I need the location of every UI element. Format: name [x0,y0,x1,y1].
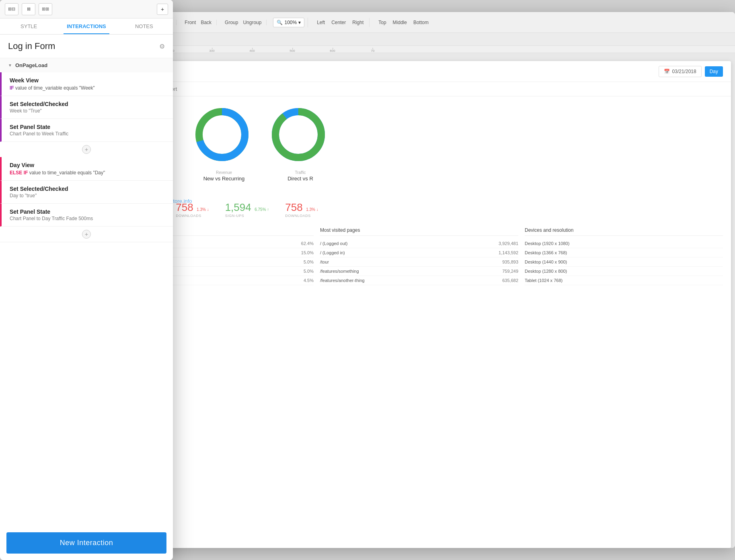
interaction-set-selected-week: Set Selected/Checked Week to "True" [0,96,173,119]
table-row: Desktop (1440 x 900) [525,258,723,267]
tab-interactions[interactable]: INTERACTIONS [57,18,115,34]
devices-table: Devices and resolution Desktop (1920 x 1… [525,227,723,285]
day-view-condition: ELSE IF value to time_variable equals "D… [10,170,165,176]
tool-group-valign: Top Middle Bottom [373,18,434,27]
ruler-tick-400: 400 [249,49,255,53]
stat-sublabel-2: DOWNLOADS [176,214,209,218]
set-selected-day-title: Set Selected/Checked [10,186,165,192]
chart-item-2: Revenue New vs Recurring [192,104,256,182]
set-selected-day-desc: Day to "true" [10,193,165,198]
ruler-horizontal: ⊕ 0 100 200 300 400 500 600 70 [91,46,735,53]
ruler-tick-600: 600 [330,49,335,53]
table-row: Desktop (1920 x 1080) [525,239,723,248]
chart-2-label: Revenue [216,170,232,175]
dashboard-header: DASHBOARDS Overview 📅 03/21/2018 Day [107,61,731,82]
week-view-condition: IF value of time_variable equals "Week" [10,85,165,91]
align-bottom-btn[interactable]: Bottom [411,18,431,27]
canvas-tabs: Details ✕ Overview ✕ [91,33,735,46]
table-row: Desktop (1366 x 768) [525,248,723,258]
stat-value-4: 758 [285,201,302,213]
tool-group-frontback: Front Back [180,20,217,25]
group-header-onpageload[interactable]: ▼ OnPageLoad [0,58,173,72]
interaction-day-view-condition: Day View ELSE IF value to time_variable … [0,157,173,181]
interaction-group-onpageload: ▼ OnPageLoad Week View IF value of time_… [0,58,173,242]
panel-icon-layout2[interactable]: ⊠ [22,3,35,15]
stat-value-3: 1,594 [225,201,251,213]
front-label[interactable]: Front [183,20,197,25]
add-action-btn-1[interactable]: + [82,145,91,154]
panel-filter-icon[interactable]: ⚙ [159,43,165,50]
group-arrow-icon: ▼ [8,63,12,67]
panel-tabs: SYTLE INTERACTIONS NOTES [0,18,173,35]
dashboard-frame: DASHBOARDS Overview 📅 03/21/2018 Day Tra… [107,61,731,548]
dashboard-title: Overview [138,69,659,78]
panel-title: Log in Form [8,41,55,51]
table-row: Tablet (1024 x 768) [525,276,723,285]
day-view-title: Day View [10,162,165,168]
set-panel-week-title: Set Panel State [10,124,165,130]
group-label[interactable]: Group [223,20,240,25]
keyword-if: IF [10,85,14,91]
ruler-tick-500: 500 [289,49,295,53]
stat-sublabel-4: DOWNLOADS [285,214,318,218]
canvas-main: Details ✕ Overview ✕ ⊕ 0 100 200 300 400… [91,33,735,548]
week-view-title: Week View [10,77,165,84]
table-row: /features/something 759,249 [320,267,518,276]
set-panel-week-desc: Chart Panel to Week Traffic [10,131,165,137]
tool-group-zoom: 🔍 100% ▾ [270,18,308,27]
stat-value-2: 758 [176,201,193,213]
ungroup-label[interactable]: Ungroup [241,20,263,25]
svg-point-5 [275,112,321,157]
tool-group-align: Left Center Right [311,18,370,27]
interactions-list[interactable]: ▼ OnPageLoad Week View IF value of time_… [0,58,173,526]
stat-change-2: 1.3% ↓ [197,207,209,212]
pages-header: Most visited pages [320,227,518,236]
add-separator-2: + [0,227,173,242]
dashboard-date-btn[interactable]: 📅 03/21/2018 [659,66,702,77]
stat-item-4: 758 1.3% ↓ DOWNLOADS [285,201,318,218]
panel-icon-layout3[interactable]: ⊞⊞ [39,3,52,15]
align-left-btn[interactable]: Left [314,18,327,27]
interactions-panel: ⊞⊟ ⊠ ⊞⊞ + SYTLE INTERACTIONS NOTES Log i… [0,0,173,560]
table-row: Desktop (1280 x 800) [525,267,723,276]
interaction-set-panel-week: Set Panel State Chart Panel to Week Traf… [0,119,173,142]
new-interaction-button[interactable]: New Interaction [6,532,166,554]
tables-row: Countries United States 62.4% India 15.0… [115,227,723,285]
design-tool-window: ⊞ ⊟ ⊠ +▾ Paint Front Back Group Ungroup … [74,12,735,548]
donut-chart-3 [268,104,333,169]
panel-icon-bar: ⊞⊟ ⊠ ⊞⊞ + [0,0,173,18]
back-label[interactable]: Back [199,20,213,25]
set-panel-day-title: Set Panel State [10,208,165,215]
add-separator-1: + [0,142,173,157]
stat-change-3: 6.75% ↑ [255,207,269,212]
chart-3-label: Traffic [295,170,306,175]
stat-item-3: 1,594 6.75% ↑ SIGN-UPS [225,201,269,218]
zoom-control[interactable]: 🔍 100% ▾ [273,18,304,27]
align-middle-btn[interactable]: Middle [390,18,409,27]
align-center-btn[interactable]: Center [329,18,348,27]
align-right-btn[interactable]: Right [350,18,366,27]
chart-item-3: Traffic Direct vs R [268,104,333,182]
panel-icon-plus[interactable]: + [157,4,168,15]
table-row: /tour 935,893 [320,258,518,267]
set-panel-day-desc: Chart Panel to Day Traffic Fade 500ms [10,216,165,221]
table-row: / (Logged in) 1,143,592 [320,248,518,258]
ruler-tick-300: 300 [209,49,214,53]
canvas-area: ⌂ ▦ ◉ ↗ ≡ ⚡ Details ✕ Overview ✕ ⊕ [74,33,735,548]
panel-header: Log in Form ⚙ [0,35,173,58]
tool-group-grouping: Group Ungroup [220,20,267,25]
dashboard-body: Traffic New vs Returning [107,96,731,293]
dashboard-nav-tabs: Traffic Sales Support [107,82,731,96]
stats-row: 12,938 5% ↑ PAGE VIEWS 758 1.3% ↓ DOWNLO… [115,201,723,218]
dashboard-title-area: DASHBOARDS Overview [138,65,659,78]
panel-icon-layout1[interactable]: ⊞⊟ [5,3,18,15]
tab-style[interactable]: SYTLE [0,18,57,34]
chart-2-title: New vs Recurring [203,176,245,182]
tab-notes[interactable]: NOTES [115,18,173,34]
dashboard-period-btn[interactable]: Day [705,66,723,77]
stat-change-4: 1.3% ↓ [306,207,318,212]
align-top-btn[interactable]: Top [376,18,388,27]
stat-sublabel-3: SIGN-UPS [225,214,269,218]
stat-item-2: 758 1.3% ↓ DOWNLOADS [176,201,209,218]
add-action-btn-2[interactable]: + [82,230,91,239]
